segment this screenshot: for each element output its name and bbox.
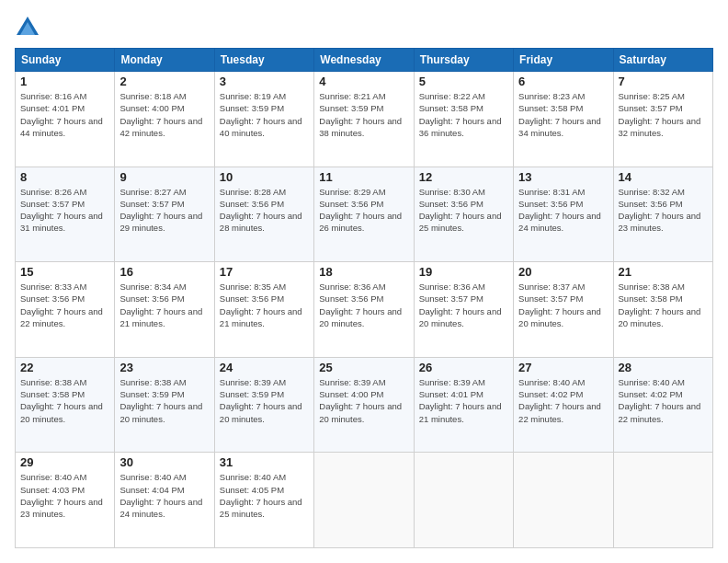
daylight: Daylight: 7 hours and 22 minutes. — [619, 401, 701, 423]
sunrise: Sunrise: 8:38 AM — [619, 282, 685, 292]
day-info: Sunrise: 8:38 AM Sunset: 3:58 PM Dayligh… — [20, 376, 109, 425]
sunrise: Sunrise: 8:40 AM — [20, 472, 86, 482]
day-number: 6 — [518, 75, 608, 88]
day-number: 22 — [20, 361, 109, 374]
daylight: Daylight: 7 hours and 22 minutes. — [20, 306, 103, 328]
calendar-cell: 4 Sunrise: 8:21 AM Sunset: 3:59 PM Dayli… — [314, 72, 414, 167]
daylight: Daylight: 7 hours and 28 minutes. — [220, 211, 302, 233]
day-number: 15 — [20, 265, 109, 279]
daylight: Daylight: 7 hours and 20 minutes. — [518, 306, 601, 328]
day-number: 26 — [419, 361, 508, 374]
daylight: Daylight: 7 hours and 44 minutes. — [20, 116, 103, 138]
daylight: Daylight: 7 hours and 40 minutes. — [220, 116, 302, 138]
day-info: Sunrise: 8:29 AM Sunset: 3:56 PM Dayligh… — [319, 186, 408, 235]
day-number: 31 — [220, 455, 309, 469]
calendar-cell: 10 Sunrise: 8:28 AM Sunset: 3:56 PM Dayl… — [214, 167, 313, 262]
day-info: Sunrise: 8:32 AM Sunset: 3:56 PM Dayligh… — [619, 186, 708, 235]
sunset: Sunset: 3:56 PM — [419, 199, 483, 209]
sunset: Sunset: 3:56 PM — [220, 293, 284, 304]
sunset: Sunset: 3:59 PM — [319, 103, 383, 113]
sunrise: Sunrise: 8:40 AM — [619, 377, 685, 387]
sunset: Sunset: 4:02 PM — [518, 389, 583, 399]
weekday-header-friday: Friday — [514, 49, 613, 72]
day-info: Sunrise: 8:36 AM Sunset: 3:56 PM Dayligh… — [319, 281, 408, 329]
day-info: Sunrise: 8:27 AM Sunset: 3:57 PM Dayligh… — [119, 186, 209, 235]
day-number: 21 — [619, 265, 708, 279]
day-info: Sunrise: 8:21 AM Sunset: 3:59 PM Dayligh… — [319, 90, 408, 139]
calendar-cell: 20 Sunrise: 8:37 AM Sunset: 3:57 PM Dayl… — [514, 262, 613, 358]
daylight: Daylight: 7 hours and 32 minutes. — [619, 116, 701, 138]
sunrise: Sunrise: 8:38 AM — [119, 377, 186, 387]
day-number: 1 — [20, 75, 109, 88]
calendar-cell: 22 Sunrise: 8:38 AM Sunset: 3:58 PM Dayl… — [16, 357, 115, 453]
weekday-header-tuesday: Tuesday — [214, 49, 313, 72]
day-info: Sunrise: 8:23 AM Sunset: 3:58 PM Dayligh… — [518, 90, 608, 139]
day-number: 19 — [419, 265, 508, 279]
calendar-cell: 12 Sunrise: 8:30 AM Sunset: 3:56 PM Dayl… — [414, 167, 513, 262]
sunrise: Sunrise: 8:37 AM — [518, 282, 585, 292]
day-number: 28 — [619, 361, 708, 374]
calendar-cell: 25 Sunrise: 8:39 AM Sunset: 4:00 PM Dayl… — [314, 357, 414, 453]
daylight: Daylight: 7 hours and 20 minutes. — [319, 401, 402, 423]
day-info: Sunrise: 8:37 AM Sunset: 3:57 PM Dayligh… — [518, 281, 608, 329]
day-info: Sunrise: 8:19 AM Sunset: 3:59 PM Dayligh… — [220, 90, 309, 139]
daylight: Daylight: 7 hours and 20 minutes. — [319, 306, 402, 328]
day-number: 13 — [518, 170, 608, 184]
calendar-cell: 16 Sunrise: 8:34 AM Sunset: 3:56 PM Dayl… — [115, 262, 214, 358]
sunset: Sunset: 4:03 PM — [20, 485, 85, 495]
sunset: Sunset: 3:57 PM — [20, 199, 85, 209]
sunrise: Sunrise: 8:22 AM — [419, 91, 485, 101]
sunset: Sunset: 3:57 PM — [419, 293, 483, 304]
calendar-cell: 11 Sunrise: 8:29 AM Sunset: 3:56 PM Dayl… — [314, 167, 414, 262]
day-number: 17 — [220, 265, 309, 279]
week-row: 15 Sunrise: 8:33 AM Sunset: 3:56 PM Dayl… — [16, 262, 713, 358]
calendar-cell: 21 Sunrise: 8:38 AM Sunset: 3:58 PM Dayl… — [613, 262, 712, 358]
calendar-cell: 19 Sunrise: 8:36 AM Sunset: 3:57 PM Dayl… — [414, 262, 513, 358]
calendar-body: 1 Sunrise: 8:16 AM Sunset: 4:01 PM Dayli… — [16, 72, 713, 548]
sunrise: Sunrise: 8:23 AM — [518, 91, 585, 101]
sunset: Sunset: 3:58 PM — [518, 103, 583, 113]
daylight: Daylight: 7 hours and 24 minutes. — [119, 497, 202, 519]
sunrise: Sunrise: 8:21 AM — [319, 91, 385, 101]
calendar-cell — [414, 453, 513, 548]
week-row: 29 Sunrise: 8:40 AM Sunset: 4:03 PM Dayl… — [16, 453, 713, 548]
sunset: Sunset: 3:56 PM — [619, 199, 683, 209]
day-info: Sunrise: 8:40 AM Sunset: 4:02 PM Dayligh… — [518, 376, 608, 425]
calendar-cell — [314, 453, 414, 548]
sunrise: Sunrise: 8:18 AM — [119, 91, 186, 101]
day-info: Sunrise: 8:38 AM Sunset: 3:59 PM Dayligh… — [119, 376, 209, 425]
calendar-header: SundayMondayTuesdayWednesdayThursdayFrid… — [16, 49, 713, 72]
calendar-cell: 13 Sunrise: 8:31 AM Sunset: 3:56 PM Dayl… — [514, 167, 613, 262]
sunrise: Sunrise: 8:35 AM — [220, 282, 286, 292]
sunset: Sunset: 4:04 PM — [119, 485, 184, 495]
calendar-cell — [613, 453, 712, 548]
sunrise: Sunrise: 8:19 AM — [220, 91, 286, 101]
calendar-cell: 9 Sunrise: 8:27 AM Sunset: 3:57 PM Dayli… — [115, 167, 214, 262]
sunrise: Sunrise: 8:40 AM — [220, 472, 286, 482]
day-info: Sunrise: 8:34 AM Sunset: 3:56 PM Dayligh… — [119, 281, 209, 329]
day-number: 18 — [319, 265, 408, 279]
sunset: Sunset: 3:58 PM — [20, 389, 85, 399]
day-info: Sunrise: 8:40 AM Sunset: 4:03 PM Dayligh… — [20, 471, 109, 520]
sunset: Sunset: 4:01 PM — [419, 389, 483, 399]
page: SundayMondayTuesdayWednesdayThursdayFrid… — [0, 0, 728, 563]
sunrise: Sunrise: 8:36 AM — [319, 282, 385, 292]
daylight: Daylight: 7 hours and 36 minutes. — [419, 116, 502, 138]
sunrise: Sunrise: 8:38 AM — [20, 377, 86, 387]
sunset: Sunset: 3:56 PM — [119, 293, 184, 304]
daylight: Daylight: 7 hours and 38 minutes. — [319, 116, 402, 138]
sunset: Sunset: 4:02 PM — [619, 389, 683, 399]
calendar-cell — [514, 453, 613, 548]
sunrise: Sunrise: 8:40 AM — [518, 377, 585, 387]
daylight: Daylight: 7 hours and 23 minutes. — [20, 497, 103, 519]
day-info: Sunrise: 8:40 AM Sunset: 4:05 PM Dayligh… — [220, 471, 309, 520]
header — [15, 15, 713, 40]
day-number: 25 — [319, 361, 408, 374]
day-number: 29 — [20, 455, 109, 469]
day-number: 7 — [619, 75, 708, 88]
daylight: Daylight: 7 hours and 20 minutes. — [619, 306, 701, 328]
day-info: Sunrise: 8:40 AM Sunset: 4:02 PM Dayligh… — [619, 376, 708, 425]
sunrise: Sunrise: 8:34 AM — [119, 282, 186, 292]
sunrise: Sunrise: 8:33 AM — [20, 282, 86, 292]
daylight: Daylight: 7 hours and 22 minutes. — [518, 401, 601, 423]
